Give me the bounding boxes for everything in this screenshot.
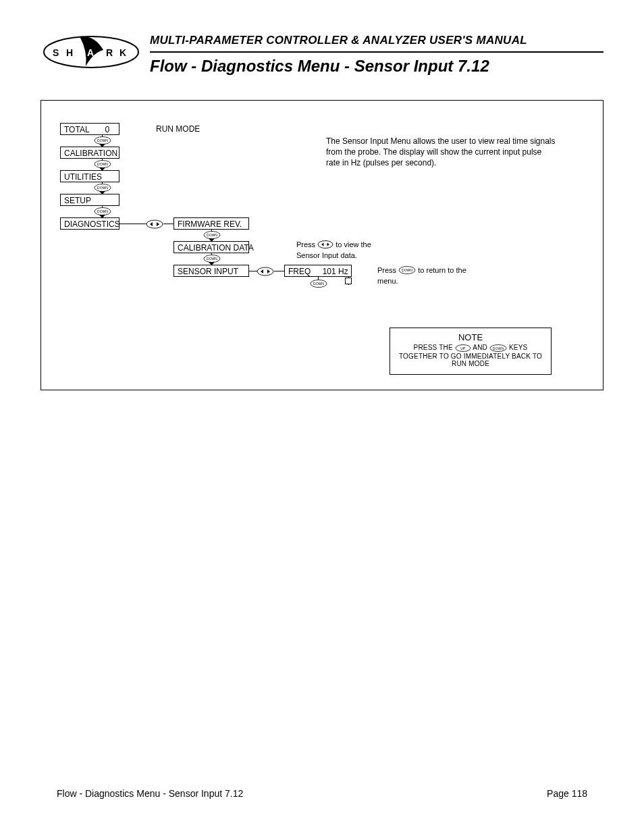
menu-utilities: UTILITIES xyxy=(60,170,119,182)
svg-point-14 xyxy=(146,220,163,228)
page-header: S H A R K MULTI-PARAMETER CONTROLLER & A… xyxy=(41,34,603,76)
svg-text:H: H xyxy=(66,47,73,58)
svg-text:DOWN: DOWN xyxy=(97,138,108,142)
page-title: Flow - Diagnostics Menu - Sensor Input 7… xyxy=(150,57,603,76)
page-footer: Flow - Diagnostics Menu - Sensor Input 7… xyxy=(57,788,587,799)
description-text: The Sensor Input Menu allows the user to… xyxy=(326,136,556,169)
svg-point-19 xyxy=(257,267,273,276)
menu-freq: FREQ 101 Hz xyxy=(284,265,352,277)
svg-text:DOWN: DOWN xyxy=(402,268,412,272)
down-key-icon: DOWN xyxy=(489,344,507,353)
down-key-icon: DOWN xyxy=(398,266,416,277)
svg-text:DOWN: DOWN xyxy=(207,257,217,261)
menu-calibration-data: CALIBRATION DATA xyxy=(173,241,249,253)
freq-value: 101 Hz xyxy=(323,267,348,276)
svg-point-22 xyxy=(318,241,333,249)
instruction-return: Press DOWN to return to the menu. xyxy=(377,265,479,286)
left-right-key-icon xyxy=(317,240,333,251)
svg-text:S: S xyxy=(53,47,63,58)
menu-total-label: TOTAL xyxy=(64,125,89,134)
manual-title: MULTI-PARAMETER CONTROLLER & ANALYZER US… xyxy=(150,34,603,53)
run-mode-label: RUN MODE xyxy=(156,124,200,134)
footer-right: Page 118 xyxy=(547,788,587,799)
svg-text:DOWN: DOWN xyxy=(97,162,108,166)
down-key-icon: DOWN xyxy=(310,280,327,288)
loop-marker xyxy=(345,278,352,284)
svg-text:DOWN: DOWN xyxy=(97,186,108,190)
svg-text:A: A xyxy=(87,47,94,58)
svg-text:DOWN: DOWN xyxy=(313,282,324,286)
shark-logo: S H A R K xyxy=(41,34,142,71)
note-box: NOTE PRESS THE UP AND DOWN KEYS TOGETHER… xyxy=(390,328,552,375)
left-right-key-icon xyxy=(146,219,163,229)
svg-text:UP: UP xyxy=(460,346,466,350)
svg-text:K: K xyxy=(119,47,126,58)
svg-text:DOWN: DOWN xyxy=(97,209,108,213)
menu-diagram: TOTAL 0 CALIBRATION UTILITIES SETUP DIAG… xyxy=(41,100,603,390)
svg-text:DOWN: DOWN xyxy=(493,346,504,350)
svg-text:DOWN: DOWN xyxy=(207,233,217,237)
note-title: NOTE xyxy=(396,332,545,342)
menu-total: TOTAL 0 xyxy=(60,123,119,135)
menu-diagnostics: DIAGNOSTICS xyxy=(60,217,119,230)
menu-sensor-input: SENSOR INPUT xyxy=(173,265,249,277)
svg-text:R: R xyxy=(106,47,113,58)
menu-total-value: 0 xyxy=(105,125,109,134)
up-key-icon: UP xyxy=(455,344,471,353)
freq-label: FREQ xyxy=(288,267,311,276)
menu-firmware-rev: FIRMWARE REV. xyxy=(173,217,249,230)
menu-calibration: CALIBRATION xyxy=(60,147,119,159)
left-right-key-icon xyxy=(257,267,274,276)
menu-setup: SETUP xyxy=(60,194,119,206)
instruction-view: Press to view the Sensor Input data. xyxy=(296,240,384,261)
footer-left: Flow - Diagnostics Menu - Sensor Input 7… xyxy=(57,788,243,799)
